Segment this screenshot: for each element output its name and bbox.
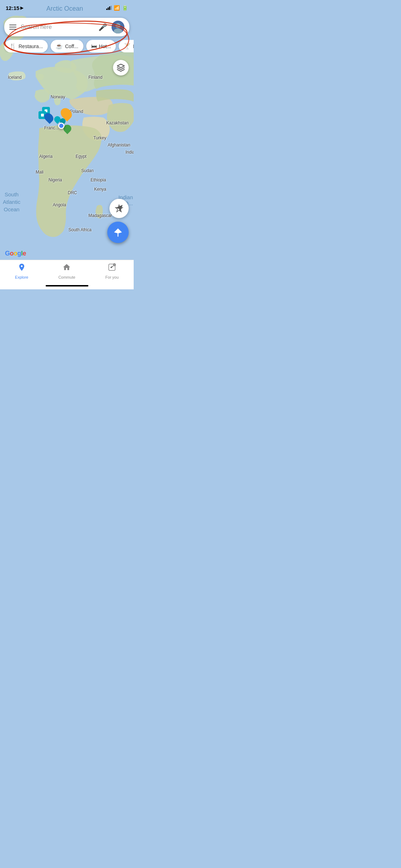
commute-icon (62, 263, 71, 274)
label-drc: DRC (68, 190, 77, 195)
layers-button[interactable] (113, 60, 129, 76)
label-finland: Finland (88, 75, 102, 80)
google-logo: Google (5, 250, 26, 257)
label-algeria: Algeria (39, 154, 52, 159)
microphone-icon[interactable]: 🎤 (98, 23, 107, 31)
commute-label: Commute (58, 275, 76, 279)
label-egypt: Egypt (76, 154, 87, 159)
chip-bars[interactable]: 🍸 B... (119, 40, 134, 52)
user-avatar[interactable] (112, 21, 124, 33)
label-kenya: Kenya (94, 187, 106, 192)
search-bar[interactable]: Search here 🎤 (4, 18, 129, 36)
label-afghanistan: Afghanistan (108, 143, 130, 148)
google-logo-o1: o (10, 250, 14, 257)
label-south-africa: South Africa (68, 227, 92, 232)
user-location-dot (58, 123, 65, 129)
battery-icon: 🔋 (122, 5, 128, 11)
navigation-button[interactable] (107, 222, 129, 243)
google-logo-o2: o (14, 250, 17, 257)
chip-hotels[interactable]: 🛏 Hot... (86, 40, 116, 52)
restaurant-icon: 🍴 (9, 43, 16, 50)
label-turkey: Turkey (93, 135, 106, 140)
label-nigeria: Nigeria (48, 177, 62, 182)
chip-restaurants[interactable]: 🍴 Restaura... (4, 40, 48, 52)
google-logo-g2: g (17, 250, 21, 257)
nav-item-for-you[interactable]: For you (106, 263, 119, 279)
label-ethiopia: Ethiopia (91, 177, 106, 182)
label-mali: Mali (36, 170, 43, 175)
label-norway: Norway (51, 94, 65, 99)
status-bar: 12:15 ▶ 📶 🔋 (0, 0, 134, 16)
for-you-icon (108, 263, 116, 274)
chip-restaurants-label: Restaura... (19, 43, 43, 49)
hotel-icon: 🛏 (91, 43, 97, 50)
svg-rect-5 (66, 267, 68, 268)
for-you-label: For you (106, 275, 119, 279)
google-logo-e: e (23, 250, 26, 257)
nav-item-commute[interactable]: Commute (58, 263, 76, 279)
label-madagascar: Madagascar (88, 213, 112, 218)
hamburger-menu-icon[interactable] (9, 25, 16, 30)
search-placeholder[interactable]: Search here (21, 24, 94, 30)
label-india: India (125, 150, 134, 155)
label-kazakhstan: Kazakhstan (106, 120, 129, 125)
signal-icon (106, 6, 112, 10)
chip-coffee-label: Coff... (65, 43, 78, 49)
category-chips: 🍴 Restaura... ☕ Coff... 🛏 Hot... 🍸 B... (4, 40, 134, 52)
location-arrow-icon: ▶ (20, 6, 23, 10)
label-angola: Angola (53, 202, 66, 207)
google-logo-g: G (5, 250, 10, 257)
label-sudan: Sudan (81, 168, 94, 173)
nav-item-explore[interactable]: Explore (15, 263, 28, 279)
bar-icon: 🍸 (124, 43, 131, 50)
explore-label: Explore (15, 275, 28, 279)
home-indicator (46, 285, 88, 286)
ocean-label-south-atlantic: SouthAtlanticOcean (3, 191, 20, 213)
label-france: Franc... (44, 125, 59, 130)
wifi-icon: 📶 (114, 5, 120, 11)
svg-point-3 (115, 23, 120, 28)
location-button[interactable] (109, 199, 129, 218)
chip-coffee[interactable]: ☕ Coff... (51, 40, 83, 52)
chip-bars-label: B... (133, 43, 134, 49)
status-time: 12:15 ▶ (6, 5, 23, 11)
status-icons: 📶 🔋 (106, 5, 128, 11)
explore-icon (17, 263, 26, 274)
coffee-icon: ☕ (56, 43, 63, 50)
chip-hotels-label: Hot... (99, 43, 111, 49)
label-iceland: Iceland (8, 75, 22, 80)
